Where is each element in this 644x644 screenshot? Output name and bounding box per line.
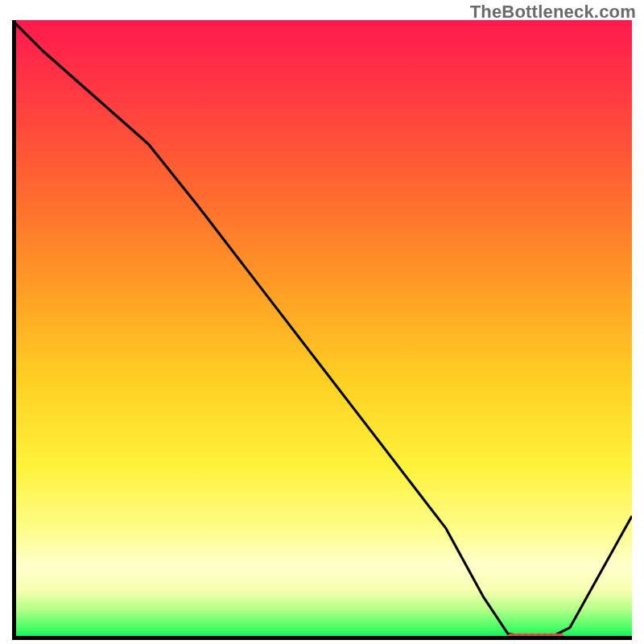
curve-svg	[12, 20, 632, 640]
plot-area	[12, 20, 632, 640]
chart-container: TheBottleneck.com	[0, 0, 644, 644]
bottleneck-curve-path	[12, 20, 632, 640]
optimal-range-marker	[508, 634, 564, 640]
